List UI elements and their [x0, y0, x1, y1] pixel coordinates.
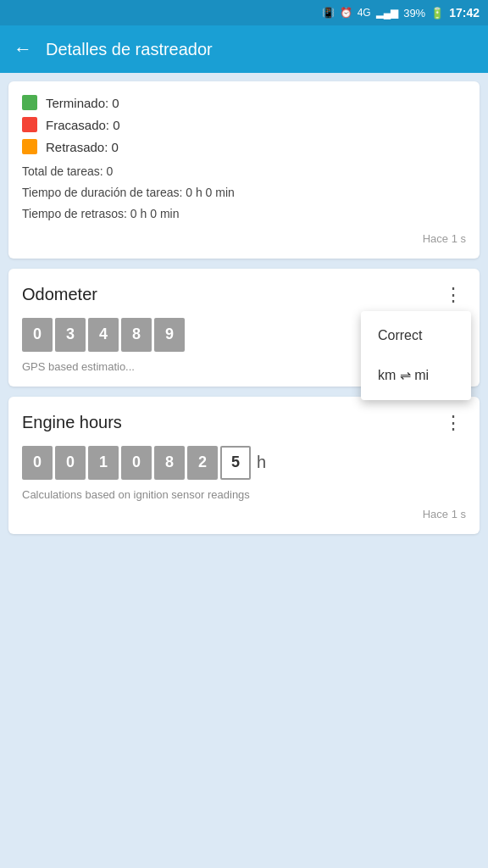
engine-subtitle: Calculations based on ignition sensor re… [22, 488, 466, 501]
status-bar: 📳 ⏰ 4G ▂▄▆ 39% 🔋 17:42 [0, 0, 488, 25]
digit-3: 8 [121, 318, 152, 352]
terminado-row: Terminado: 0 [22, 95, 466, 110]
eng-digit-1: 0 [55, 446, 86, 480]
eng-digit-0: 0 [22, 446, 53, 480]
eng-digit-5: 2 [187, 446, 218, 480]
digit-1: 3 [55, 318, 86, 352]
dropdown-km-mi[interactable]: km ⇌ mi [361, 355, 471, 395]
engine-digits: 0 0 1 0 8 2 5 h [22, 446, 466, 480]
odometer-card: Odometer ⋮ 0 3 4 8 9 GPS based estimatio… [8, 269, 480, 387]
vibrate-icon: 📳 [322, 7, 335, 19]
content-area: Terminado: 0 Fracasado: 0 Retrasado: 0 T… [0, 73, 488, 542]
network-icon: 4G [358, 7, 371, 19]
engine-header: Engine hours ⋮ [22, 410, 466, 436]
engine-hours-card: Engine hours ⋮ 0 0 1 0 8 2 5 h Calculati… [8, 397, 480, 534]
battery-percent: 39% [403, 7, 425, 19]
digit-0: 0 [22, 318, 53, 352]
eng-digit-2: 1 [88, 446, 119, 480]
odometer-header: Odometer ⋮ [22, 282, 466, 308]
odometer-title: Odometer [22, 285, 97, 304]
fracasado-dot [22, 117, 37, 132]
alarm-icon: ⏰ [340, 7, 352, 19]
summary-timestamp: Hace 1 s [22, 232, 466, 245]
engine-more-button[interactable]: ⋮ [441, 410, 466, 436]
summary-card: Terminado: 0 Fracasado: 0 Retrasado: 0 T… [8, 81, 480, 259]
info-rows: Total de tareas: 0 Tiempo de duración de… [22, 161, 466, 225]
engine-unit: h [257, 446, 266, 480]
terminado-label: Terminado: 0 [46, 96, 119, 110]
total-tareas: Total de tareas: 0 [22, 161, 466, 182]
retrasado-row: Retrasado: 0 [22, 139, 466, 154]
eng-digit-3: 0 [121, 446, 152, 480]
tiempo-retrasos: Tiempo de retrasos: 0 h 0 min [22, 203, 466, 225]
eng-digit-active: 5 [220, 446, 251, 480]
battery-icon: 🔋 [430, 7, 444, 19]
digit-2: 4 [88, 318, 119, 352]
digit-4: 9 [154, 318, 185, 352]
terminado-dot [22, 95, 37, 110]
fracasado-row: Fracasado: 0 [22, 117, 466, 132]
retrasado-dot [22, 139, 37, 154]
odometer-dropdown: Correct km ⇌ mi [361, 311, 471, 400]
fracasado-label: Fracasado: 0 [46, 118, 120, 132]
back-button[interactable]: ← [14, 38, 32, 60]
odometer-more-button[interactable]: ⋮ [441, 282, 466, 308]
eng-digit-4: 8 [154, 446, 185, 480]
page-title: Detalles de rastreador [46, 40, 213, 59]
tiempo-duracion: Tiempo de duración de tareas: 0 h 0 min [22, 182, 466, 203]
retrasado-label: Retrasado: 0 [46, 140, 119, 154]
dropdown-correct[interactable]: Correct [361, 316, 471, 355]
engine-timestamp: Hace 1 s [22, 508, 466, 520]
signal-icon: ▂▄▆ [376, 7, 399, 19]
app-bar: ← Detalles de rastreador [0, 25, 488, 73]
clock: 17:42 [449, 6, 480, 19]
engine-title: Engine hours [22, 413, 122, 432]
